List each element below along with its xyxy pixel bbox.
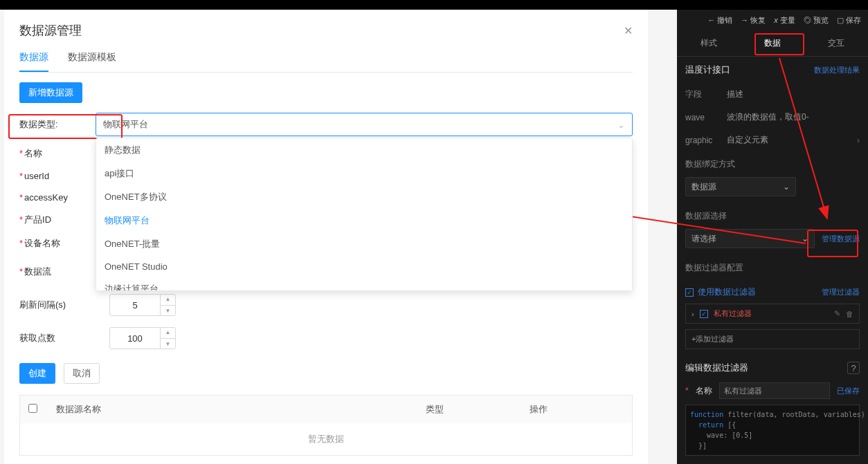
- col-op: 操作: [521, 403, 632, 416]
- datatype-label: 数据类型:: [19, 118, 96, 131]
- add-datasource-button[interactable]: 新增数据源: [19, 82, 82, 103]
- chevron-right-icon: ›: [691, 310, 694, 318]
- save-button[interactable]: ▢ 保存: [837, 15, 861, 26]
- component-title: 温度计接口: [685, 64, 730, 76]
- datasource-select[interactable]: 请选择⌄: [685, 229, 815, 248]
- undo-button[interactable]: ← 撤销: [707, 15, 732, 26]
- datasource-select-label: 数据源选择: [677, 203, 868, 229]
- manage-filter-link[interactable]: 管理过滤器: [822, 287, 860, 297]
- datatype-dropdown: 静态数据 api接口 OneNET多协议 物联网平台 OneNET-批量 One…: [96, 138, 633, 291]
- right-panel: ← 撤销 → 恢复 x 变量 ◎ 预览 ▢ 保存 样式 数据 交互 温度计接口 …: [677, 10, 868, 464]
- checkbox-icon: ✓: [685, 288, 694, 297]
- bind-method-select[interactable]: 数据源⌄: [685, 177, 796, 196]
- create-button[interactable]: 创建: [19, 363, 55, 384]
- variable-button[interactable]: x 变量: [774, 15, 795, 26]
- dropdown-item[interactable]: api接口: [96, 162, 632, 185]
- code-editor[interactable]: function filter(data, rootData, variable…: [685, 405, 860, 456]
- devicename-label: 设备名称: [24, 238, 60, 248]
- tab-template[interactable]: 数据源模板: [68, 51, 116, 72]
- chevron-down-icon: ⌄: [617, 120, 625, 130]
- field-name: graphic: [685, 136, 727, 145]
- col-name: 数据源名称: [48, 403, 417, 416]
- modal-title: 数据源管理: [19, 22, 82, 39]
- points-input[interactable]: 100 ▲▼: [109, 327, 176, 349]
- use-filter-checkbox[interactable]: ✓ 使用数据过滤器: [685, 286, 756, 298]
- field-desc: 自定义元素: [727, 134, 857, 146]
- accesskey-label: accessKey: [24, 192, 68, 203]
- refresh-label: 刷新间隔(s): [19, 299, 96, 311]
- trash-icon[interactable]: 🗑: [846, 310, 853, 318]
- chevron-down-icon: ⌄: [783, 182, 790, 192]
- data-result-link[interactable]: 数据处理结果: [814, 65, 860, 75]
- userid-label: userId: [24, 171, 49, 181]
- filter-name: 私有过滤器: [714, 308, 752, 319]
- help-icon[interactable]: ?: [847, 362, 860, 374]
- productid-label: 产品ID: [24, 214, 51, 225]
- required-asterisk: *: [685, 386, 689, 396]
- points-label: 获取点数: [19, 332, 96, 344]
- edit-filter-label: 编辑数据过滤器: [685, 362, 748, 374]
- top-black-bar: [0, 0, 868, 10]
- dropdown-item[interactable]: OneNET Studio: [96, 256, 632, 277]
- dropdown-item[interactable]: 物联网平台: [96, 209, 632, 232]
- bind-method-label: 数据绑定方式: [677, 151, 868, 177]
- field-name: wave: [685, 113, 727, 122]
- filter-config-label: 数据过滤器配置: [677, 255, 868, 281]
- datastream-label: 数据流: [24, 266, 51, 277]
- select-all-checkbox[interactable]: [28, 404, 37, 413]
- modal-tabs: 数据源 数据源模板: [19, 51, 633, 73]
- tab-style[interactable]: 样式: [677, 30, 741, 56]
- name-label: 名称: [696, 385, 712, 397]
- tab-interact[interactable]: 交互: [804, 30, 868, 56]
- manage-datasource-link[interactable]: 管理数据源: [822, 234, 860, 244]
- name-label: 名称: [24, 148, 42, 158]
- step-down-icon[interactable]: ▼: [161, 339, 175, 350]
- tab-data[interactable]: 数据: [741, 30, 804, 56]
- dropdown-item[interactable]: OneNET-批量: [96, 232, 632, 256]
- dropdown-item[interactable]: OneNET多协议: [96, 185, 632, 209]
- datasource-table: 数据源名称 类型 操作 暂无数据: [19, 395, 633, 456]
- step-down-icon[interactable]: ▼: [161, 306, 175, 317]
- desc-header: 描述: [727, 89, 860, 100]
- close-icon[interactable]: ✕: [624, 24, 633, 37]
- dropdown-item[interactable]: 边缘计算平台: [96, 277, 632, 291]
- private-filter-item[interactable]: › ✓ 私有过滤器 ✎ 🗑: [685, 304, 860, 324]
- field-header: 字段: [685, 89, 727, 100]
- refresh-input[interactable]: 5 ▲▼: [109, 294, 176, 316]
- step-up-icon[interactable]: ▲: [161, 327, 175, 339]
- cancel-button[interactable]: 取消: [64, 363, 100, 384]
- right-tabs: 样式 数据 交互: [677, 30, 868, 57]
- right-toolbar: ← 撤销 → 恢复 x 变量 ◎ 预览 ▢ 保存: [677, 10, 868, 30]
- empty-state: 暂无数据: [20, 423, 632, 455]
- dropdown-item[interactable]: 静态数据: [96, 138, 632, 162]
- datasource-modal: 数据源管理 ✕ 数据源 数据源模板 新增数据源 数据类型: 物联网平台 ⌄ 静态…: [4, 10, 648, 464]
- datatype-select[interactable]: 物联网平台 ⌄: [96, 113, 633, 136]
- chevron-right-icon[interactable]: ›: [857, 136, 860, 145]
- filter-name-input[interactable]: [719, 382, 830, 399]
- field-desc: 波浪的数据值，取值0-: [727, 111, 860, 123]
- col-type: 类型: [417, 403, 521, 416]
- preview-button[interactable]: ◎ 预览: [804, 15, 829, 26]
- edit-icon[interactable]: ✎: [834, 309, 840, 318]
- add-filter-button[interactable]: +添加过滤器: [685, 329, 860, 349]
- saved-status: 已保存: [837, 386, 860, 396]
- chevron-down-icon: ⌄: [802, 234, 808, 243]
- redo-button[interactable]: → 恢复: [741, 15, 766, 26]
- checkbox-icon: ✓: [700, 310, 708, 318]
- step-up-icon[interactable]: ▲: [161, 294, 175, 306]
- tab-datasource[interactable]: 数据源: [19, 51, 48, 72]
